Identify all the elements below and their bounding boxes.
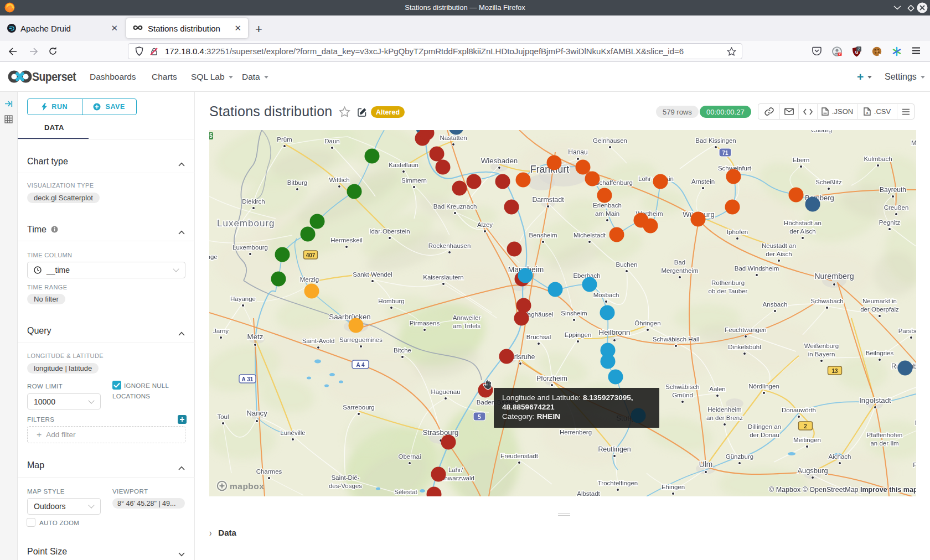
svg-text:Pforzheim: Pforzheim	[536, 375, 567, 382]
svg-text:Öhringen: Öhringen	[634, 320, 660, 326]
svg-text:Donauwörth: Donauwörth	[782, 407, 816, 413]
svg-text:Coburg: Coburg	[811, 130, 832, 133]
svg-text:Sankt Wendel: Sankt Wendel	[353, 271, 392, 278]
svg-text:Simmern: Simmern	[401, 177, 427, 184]
svg-text:Strasbourg: Strasbourg	[422, 428, 458, 437]
svg-text:Darmstadt: Darmstadt	[532, 196, 564, 204]
svg-text:Bruchsal: Bruchsal	[526, 334, 551, 340]
svg-text:Neumarkt in: Neumarkt in	[862, 298, 897, 304]
svg-text:Prüm: Prüm	[277, 136, 292, 143]
svg-text:Obernai: Obernai	[399, 453, 421, 460]
svg-text:Freis: Freis	[913, 462, 916, 468]
svg-text:Weißenburg: Weißenburg	[804, 343, 839, 349]
svg-text:2: 2	[804, 423, 807, 429]
svg-text:Diekirch: Diekirch	[242, 198, 265, 205]
svg-text:Mair: Mair	[915, 419, 916, 426]
svg-text:Herrenberg: Herrenberg	[560, 429, 592, 435]
svg-text:Lunéville: Lunéville	[280, 429, 305, 436]
svg-text:Augsburg: Augsburg	[797, 466, 828, 475]
svg-text:Neustadt an: Neustadt an	[762, 242, 796, 249]
svg-text:Category: RHEIN: Category: RHEIN	[502, 412, 560, 421]
svg-text:Saint-Dié-: Saint-Dié-	[331, 474, 359, 481]
svg-text:Sarrebourg: Sarrebourg	[343, 404, 375, 411]
svg-text:mapbox: mapbox	[230, 481, 264, 491]
svg-text:A 31: A 31	[242, 376, 254, 382]
svg-text:Albstadt: Albstadt	[577, 490, 600, 496]
svg-text:Rothenburg: Rothenburg	[711, 279, 745, 286]
svg-text:Meitingen: Meitingen	[793, 437, 821, 443]
svg-text:Pirmasens: Pirmasens	[410, 320, 440, 326]
svg-text:71: 71	[722, 150, 728, 156]
svg-text:Nancy: Nancy	[246, 409, 267, 417]
svg-text:ange: ange	[209, 253, 218, 260]
svg-text:in Bayern: in Bayern	[808, 351, 835, 357]
svg-text:Erlenbach: Erlenbach	[593, 202, 622, 209]
svg-text:Scheßlitz: Scheßlitz	[815, 179, 842, 185]
svg-text:der Aisch: der Aisch	[789, 228, 815, 235]
svg-text:Gmünd: Gmünd	[672, 392, 693, 398]
svg-text:Arnstein: Arnstein	[691, 178, 715, 185]
svg-text:Aalen: Aalen	[709, 386, 725, 392]
svg-text:Mosbach: Mosbach	[593, 292, 619, 298]
svg-text:Homburg: Homburg	[378, 298, 404, 304]
svg-text:Sinsheim: Sinsheim	[561, 310, 587, 317]
svg-text:Hermeskeil: Hermeskeil	[330, 237, 363, 243]
svg-text:Dillingen an: Dillingen an	[748, 423, 781, 430]
svg-text:Hanau: Hanau	[568, 148, 587, 156]
svg-text:Reutlingen: Reutlingen	[598, 445, 631, 453]
svg-text:der Aisch: der Aisch	[766, 251, 792, 257]
svg-text:Mergentheim: Mergentheim	[661, 267, 698, 274]
svg-text:an der Brenz: an der Brenz	[706, 414, 743, 421]
svg-text:Wittlich: Wittlich	[329, 177, 349, 183]
svg-text:Parsberg: Parsberg	[898, 328, 916, 334]
svg-text:Sarreguemines: Sarreguemines	[339, 336, 383, 343]
svg-text:Sélestat: Sélestat	[394, 489, 417, 495]
svg-text:2: 2	[857, 46, 860, 51]
svg-text:Schwäbisch: Schwäbisch	[665, 383, 699, 390]
svg-text:Lahr/: Lahr/	[448, 466, 463, 473]
svg-text:der Donau: der Donau	[750, 432, 779, 438]
svg-text:Kulmbach: Kulmbach	[864, 155, 892, 162]
svg-text:Bad Windsheim: Bad Windsheim	[735, 265, 779, 272]
svg-text:Schwäbisch Hall: Schwäbisch Hall	[653, 336, 699, 343]
svg-text:Longitude and Latitude: 8.1359: Longitude and Latitude: 8.1359273095,	[502, 393, 633, 402]
svg-text:Alzey: Alzey	[477, 221, 493, 228]
svg-text:13: 13	[831, 368, 838, 374]
svg-text:Trochtelfingen: Trochtelfingen	[598, 480, 638, 486]
svg-text:Jarny: Jarny	[213, 328, 229, 334]
svg-text:Buchen: Buchen	[616, 261, 637, 268]
svg-text:Merzig: Merzig	[300, 276, 319, 283]
svg-text:Daun: Daun	[324, 138, 340, 144]
svg-text:Michelstadt: Michelstadt	[574, 232, 606, 238]
svg-text:ob der Tauber: ob der Tauber	[709, 288, 748, 294]
svg-text:Bitche: Bitche	[394, 347, 411, 354]
svg-text:Bad Kreuznach: Bad Kreuznach	[433, 203, 477, 210]
svg-text:Toul: Toul	[217, 413, 229, 420]
svg-text:Creußen: Creußen	[884, 204, 909, 211]
svg-text:Ehingen: Ehingen	[662, 484, 685, 490]
svg-text:der Oberpfalz: der Oberpfalz	[860, 306, 899, 313]
svg-text:Kastellaun: Kastellaun	[389, 162, 418, 168]
svg-text:Wiesbaden: Wiesbaden	[481, 157, 518, 165]
svg-text:Bad Kissingen: Bad Kissingen	[695, 137, 736, 144]
svg-text:Gelnhausen: Gelnhausen	[593, 137, 627, 144]
svg-text:Freudenstadt: Freudenstadt	[500, 453, 539, 459]
svg-text:des-Vosges: des-Vosges	[329, 483, 362, 489]
svg-text:48.8859674221: 48.8859674221	[502, 403, 555, 411]
svg-text:Günzburg: Günzburg	[726, 453, 754, 460]
svg-text:5: 5	[209, 133, 213, 139]
svg-text:Heilbronn: Heilbronn	[599, 328, 631, 336]
svg-text:A 4: A 4	[356, 362, 365, 368]
svg-text:Dinkelsbühl: Dinkelsbühl	[728, 344, 761, 350]
svg-text:x: x	[866, 111, 869, 115]
svg-text:Idar-Oberstein: Idar-Oberstein	[369, 228, 410, 235]
svg-text:Pegnitz: Pegnitz	[879, 219, 901, 226]
svg-text:Annweiler: Annweiler	[453, 314, 481, 321]
svg-text:Luxembourg: Luxembourg	[217, 218, 275, 229]
svg-text:Höchstadt an: Höchstadt an	[784, 220, 822, 226]
svg-text:Beilngries: Beilngries	[866, 350, 894, 356]
svg-text:Münc: Münc	[911, 139, 916, 146]
svg-text:an der Ilm: an der Ilm	[870, 440, 898, 447]
svg-text:Bad: Bad	[674, 259, 685, 266]
svg-text:am Trifels: am Trifels	[453, 323, 480, 329]
